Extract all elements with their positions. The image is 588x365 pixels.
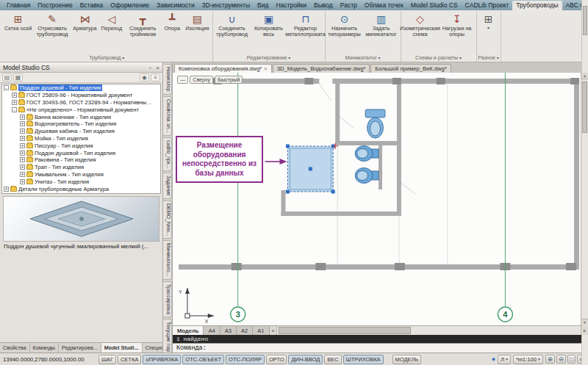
zoom-out-icon[interactable]: ⊖ <box>556 355 566 364</box>
ribbon-tab[interactable]: Главная <box>3 1 34 10</box>
tree-expander-icon[interactable]: - <box>4 85 9 90</box>
ribbon-tab[interactable]: Оформление <box>107 1 153 10</box>
document-tab[interactable]: 3D_Модель_Водоснабжение.dwg* × <box>273 64 370 73</box>
ribbon-tab[interactable]: 3D-инструменты <box>198 1 254 10</box>
horizontal-scrollbar-thumb[interactable] <box>279 327 411 334</box>
command-input[interactable]: Команда: <box>173 343 588 353</box>
vertical-scrollbar[interactable]: ▲ ▼ <box>581 73 588 325</box>
tree-item[interactable]: - Поддон душевой - Тип изделия <box>2 84 154 92</box>
view-mode-icon[interactable]: ▦ <box>13 73 23 82</box>
tree-expander-icon[interactable]: + <box>20 157 25 162</box>
side-palette-tab[interactable]: Текущие пар... <box>163 319 172 353</box>
tree-scrollbar-thumb[interactable] <box>583 6 587 35</box>
palette-tab[interactable]: Команды <box>30 343 59 353</box>
tree-expander-icon[interactable]: + <box>20 136 25 141</box>
tree-expander-icon[interactable]: + <box>4 187 9 192</box>
ribbon-button[interactable]: ▥ Задать миникаталог <box>363 11 400 39</box>
scroll-right-icon[interactable]: ► <box>581 326 588 335</box>
tree-item[interactable]: - «Не определено» - Нормативный документ <box>2 106 154 113</box>
scroll-up-icon[interactable]: ▲ <box>581 73 588 79</box>
ribbon-tab[interactable]: Вид <box>254 1 272 10</box>
tree-item[interactable]: + Детали трубопроводные Арматура <box>2 185 154 192</box>
ribbon-button[interactable]: ∪ Соединить трубопровод <box>214 11 251 39</box>
ribbon-tab[interactable]: Model Studio CS <box>407 1 462 10</box>
ribbon-tab[interactable]: Облака точек <box>361 1 407 10</box>
ribbon-button[interactable]: ┻ Опора <box>161 11 183 32</box>
model-space-button[interactable]: МОДЕЛЬ <box>392 355 422 364</box>
side-palette-tab[interactable]: Миникатало... <box>163 240 172 279</box>
ribbon-button[interactable]: ┳ Соединить тройником <box>124 11 161 39</box>
toilet-fixture[interactable] <box>365 109 385 138</box>
document-tab[interactable]: Большой пример_ВиК.dwg* × <box>370 64 451 73</box>
tree-item[interactable]: + Поддон душевой - Тип изделия <box>2 149 154 156</box>
tree-expander-icon[interactable]: + <box>20 151 25 156</box>
ribbon-tab[interactable]: Зависимости <box>153 1 198 10</box>
layout-tab[interactable]: А3 <box>220 326 237 335</box>
tree-expander-icon[interactable]: + <box>12 100 17 105</box>
pin-icon[interactable]: ▫ <box>149 65 151 71</box>
viewport-style-dropdown[interactable]: Быстрый <box>215 76 243 84</box>
ribbon-tab[interactable]: Трубопроводы <box>512 1 562 10</box>
tree-item[interactable]: + Ванна моечная - Тип изделия <box>2 113 154 120</box>
vertical-scrollbar-thumb[interactable] <box>582 82 587 133</box>
ribbon-tab[interactable]: CADLib Проект <box>462 1 513 10</box>
status-toggle-button[interactable]: ШТРИХОВКА <box>343 355 384 364</box>
close-icon[interactable]: × <box>156 65 159 71</box>
tree-expander-icon[interactable]: + <box>20 129 25 134</box>
ribbon-button[interactable]: ◇ Изометрическая схема <box>402 11 439 39</box>
layout-tab[interactable]: А2 <box>237 326 253 335</box>
tree-item[interactable]: + ГОСТ 25809-96 - Нормативный документ <box>2 92 154 99</box>
tree-expander-icon[interactable]: + <box>20 165 25 170</box>
status-toggle-button[interactable]: СЕТКА <box>118 355 141 364</box>
ribbon-group-title[interactable]: Схемы и расчеты <box>402 54 476 62</box>
palette-tab[interactable]: Редактирова... <box>59 343 101 353</box>
zoom-in-icon[interactable]: ⊕ <box>545 355 555 364</box>
ribbon-group-title[interactable]: Миникаталог <box>326 54 400 62</box>
status-toggle-button[interactable]: ОТС-ОБЪЕКТ <box>182 355 224 364</box>
ribbon-group-title[interactable]: Разное <box>478 54 500 62</box>
ribbon-tab[interactable]: Вывод <box>310 1 337 10</box>
add-folder-icon[interactable]: ▤ <box>2 73 12 82</box>
tree-item[interactable]: + Умывальник - Тип изделия <box>2 171 154 178</box>
ribbon-button[interactable]: ⊙ Назначить типоразмеры <box>326 11 363 39</box>
viewport-minimize-icon[interactable]: — <box>177 76 188 84</box>
status-toggle-button[interactable]: ОТС-ПОЛЯР <box>226 355 265 364</box>
layout-tab[interactable]: Модель <box>173 326 204 335</box>
tree-expander-icon[interactable]: + <box>20 115 25 120</box>
sink-fixtures[interactable] <box>355 146 379 184</box>
status-toggle-button[interactable]: ВЕС <box>324 355 341 364</box>
ribbon-button[interactable]: ▤ Изоляция <box>183 11 211 32</box>
drawing-canvas[interactable]: 3 4 <box>173 73 588 325</box>
layer-list-icon[interactable]: ≡ <box>151 73 160 82</box>
layout-tab[interactable]: А4 <box>204 326 220 335</box>
side-palette-tab[interactable]: Задания <box>163 173 172 199</box>
equipment-tree[interactable]: - Поддон душевой - Тип изделия + ГОСТ 25… <box>1 84 161 194</box>
tree-expander-icon[interactable]: + <box>12 93 17 98</box>
viewport-view-dropdown[interactable]: Сверху <box>190 76 213 84</box>
ribbon-button[interactable]: ⊞ Сетка осей <box>2 11 34 32</box>
status-toggle-button[interactable]: оПРИВЯЗКА <box>143 355 181 364</box>
ribbon-button[interactable]: ✎ Отрисовать трубопровод <box>34 11 71 39</box>
palette-tab[interactable]: Свойства <box>0 343 30 353</box>
ribbon-button[interactable]: ◁ Переход <box>99 11 125 32</box>
scroll-down-icon[interactable]: ▼ <box>581 319 588 325</box>
status-toggle-button[interactable]: ОРТО <box>266 355 287 364</box>
ribbon-tab[interactable]: Настройки <box>272 1 310 10</box>
tree-item[interactable]: + Писсуар - Тип изделия <box>2 142 154 149</box>
ribbon-button[interactable]: ↧ Нагрузки на опоры <box>439 11 476 39</box>
tree-item[interactable]: + Водонагреватель - Тип изделия <box>2 120 154 128</box>
notification-icon[interactable]: ● <box>492 355 495 363</box>
ribbon-tab[interactable]: Построение <box>34 1 76 10</box>
tree-item[interactable]: + Унитаз - Тип изделия <box>2 178 154 185</box>
tree-expander-icon[interactable]: - <box>12 107 17 112</box>
tree-expander-icon[interactable]: + <box>20 172 25 177</box>
side-palette-tab[interactable]: DEMO_New... <box>163 200 172 239</box>
status-toggle-button[interactable]: ШАГ <box>98 355 116 364</box>
ribbon-tab[interactable]: Растр <box>337 1 361 10</box>
palette-tab[interactable]: Специфика... <box>143 343 163 353</box>
ribbon-button[interactable]: ⊓ Редактор металлопроката <box>287 11 324 39</box>
tree-item[interactable]: + ГОСТ 30493-96, ГОСТ 23289-94 - Нормати… <box>2 99 154 106</box>
tree-expander-icon[interactable]: + <box>20 143 25 148</box>
side-palette-tab[interactable]: Навигатор <box>163 64 172 95</box>
ribbon-button[interactable]: ▣ Копировать весь <box>251 11 287 39</box>
